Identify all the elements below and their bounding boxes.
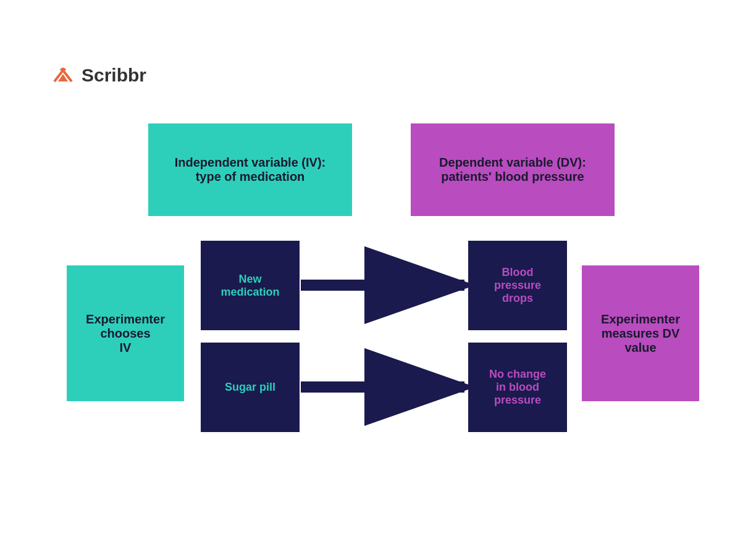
dv-box-text: Dependent variable (DV): patients' blood…: [439, 156, 586, 184]
bp-drops-text: Bloodpressuredrops: [494, 266, 541, 305]
sugar-pill-box: Sugar pill: [201, 343, 300, 432]
logo-text: Scribbr: [82, 65, 146, 86]
experimenter-measures-box: Experimentermeasures DVvalue: [582, 265, 699, 401]
iv-box-text: Independent variable (IV): type of medic…: [175, 156, 326, 184]
sugar-pill-text: Sugar pill: [225, 381, 275, 394]
no-change-text: No changein bloodpressure: [489, 368, 546, 407]
experimenter-chooses-text: ExperimenterchoosesIV: [86, 312, 165, 355]
new-medication-box: Newmedication: [201, 241, 300, 330]
new-medication-text: Newmedication: [220, 273, 279, 299]
experimenter-chooses-box: ExperimenterchoosesIV: [67, 265, 184, 401]
scribbr-logo-icon: [49, 62, 77, 89]
experimenter-measures-text: Experimentermeasures DVvalue: [601, 312, 680, 355]
iv-box: Independent variable (IV): type of medic…: [148, 123, 352, 216]
logo: Scribbr: [49, 62, 146, 89]
bp-drops-box: Bloodpressuredrops: [468, 241, 567, 330]
dv-box: Dependent variable (DV): patients' blood…: [411, 123, 615, 216]
no-change-box: No changein bloodpressure: [468, 343, 567, 432]
